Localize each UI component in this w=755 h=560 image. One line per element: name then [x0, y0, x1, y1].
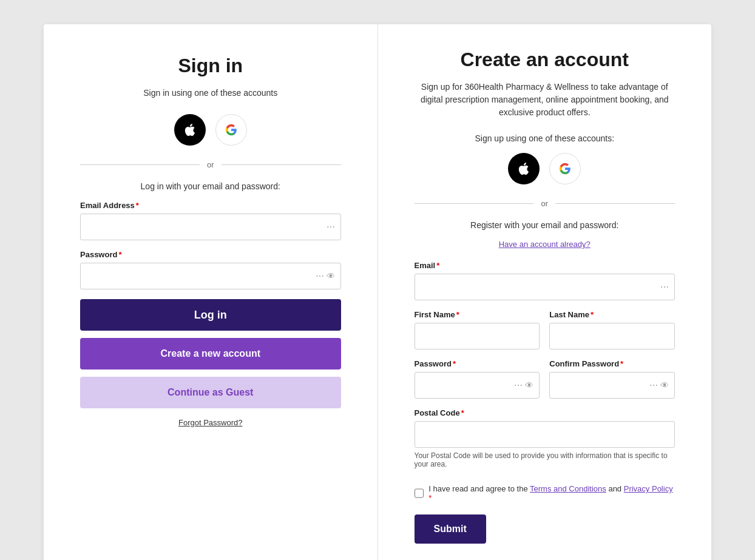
create-account-button[interactable]: Create a new account	[80, 338, 341, 369]
email-input[interactable]	[80, 214, 341, 240]
password-row: Password* ⋯ 👁 Confirm Password*	[415, 359, 675, 408]
email-section-label: Log in with your email and password:	[141, 181, 280, 191]
signup-email-label: Email*	[415, 261, 675, 270]
eye-icon[interactable]: 👁	[327, 271, 335, 281]
postal-code-input[interactable]	[415, 421, 675, 448]
signin-subtitle: Sign in using one of these accounts	[143, 87, 277, 100]
first-name-wrapper	[415, 323, 540, 349]
postal-code-wrapper	[415, 421, 675, 448]
first-name-group: First Name*	[415, 310, 540, 349]
password-group: Password* ⋯ 👁	[80, 250, 341, 289]
guest-button[interactable]: Continue as Guest	[80, 377, 341, 408]
signin-apple-button[interactable]	[174, 114, 206, 146]
apple-icon	[183, 123, 197, 137]
signin-google-button[interactable]	[215, 114, 247, 146]
last-name-group: Last Name*	[549, 310, 675, 349]
signup-social-label: Sign up using one of these accounts:	[475, 133, 614, 143]
password-input-wrapper: ⋯ 👁	[80, 263, 341, 289]
signup-email-group: Email* ⋯	[415, 261, 675, 300]
signup-email-input[interactable]	[415, 274, 675, 300]
signup-divider: or	[415, 199, 675, 208]
dots-icon-3: ⋯	[649, 380, 658, 390]
signup-email-icon: ⋯	[660, 282, 669, 292]
postal-code-label: Postal Code*	[415, 408, 675, 417]
password-input[interactable]	[80, 263, 341, 289]
postal-hint: Your Postal Code will be used to provide…	[415, 451, 675, 468]
create-account-inner: Create an account Sign up for 360Health …	[415, 49, 675, 544]
password-icons: ⋯ 👁	[316, 271, 335, 281]
forgot-password-button[interactable]: Forgot Password?	[178, 418, 243, 427]
privacy-link[interactable]: Privacy Policy	[624, 484, 673, 493]
terms-label: I have read and agree to the Terms and C…	[428, 484, 675, 502]
signup-email-wrapper: ⋯	[415, 274, 675, 300]
apple-icon-right	[516, 161, 531, 176]
confirm-password-wrapper: ⋯ 👁	[549, 372, 675, 399]
email-address-label: Email Address*	[80, 201, 341, 210]
divider-line-left	[80, 164, 200, 165]
confirm-password-label: Confirm Password*	[549, 359, 675, 368]
signin-title: Sign in	[178, 55, 243, 77]
signup-password-label: Password*	[415, 359, 540, 368]
signin-social-buttons	[174, 114, 247, 146]
signup-or-text: or	[541, 199, 548, 208]
first-name-label: First Name*	[415, 310, 540, 319]
register-label: Register with your email and password:	[470, 220, 618, 230]
create-account-panel: Create an account Sign up for 360Health …	[378, 24, 712, 560]
name-row: First Name* Last Name*	[415, 310, 675, 359]
password-label: Password*	[80, 250, 341, 259]
last-name-label: Last Name*	[549, 310, 675, 319]
terms-row: I have read and agree to the Terms and C…	[415, 484, 675, 502]
dots-icon-2: ⋯	[514, 380, 523, 390]
last-name-input[interactable]	[549, 323, 675, 349]
submit-button[interactable]: Submit	[415, 514, 486, 544]
email-icon: ⋯	[327, 222, 335, 232]
email-input-wrapper: ⋯	[80, 214, 341, 240]
terms-link[interactable]: Terms and Conditions	[530, 484, 606, 493]
first-name-input[interactable]	[415, 323, 540, 349]
email-address-group: Email Address* ⋯	[80, 201, 341, 240]
eye-icon-2[interactable]: 👁	[525, 380, 533, 390]
signup-divider-right	[555, 203, 675, 204]
google-icon	[225, 124, 237, 136]
google-icon-right	[559, 163, 571, 175]
signup-password-wrapper: ⋯ 👁	[415, 372, 540, 399]
divider-line-right	[222, 164, 341, 165]
divider-or-text: or	[207, 160, 214, 169]
create-account-title: Create an account	[461, 49, 629, 71]
confirm-password-group: Confirm Password* ⋯ 👁	[549, 359, 675, 399]
terms-checkbox[interactable]	[415, 488, 424, 498]
last-name-wrapper	[549, 323, 675, 349]
signup-social-buttons	[508, 153, 581, 184]
postal-code-group: Postal Code* Your Postal Code will be us…	[415, 408, 675, 468]
eye-icon-3[interactable]: 👁	[660, 380, 669, 390]
dots-icon: ⋯	[316, 271, 324, 281]
signup-apple-button[interactable]	[508, 153, 540, 184]
create-account-description: Sign up for 360Health Pharmacy & Wellnes…	[415, 81, 675, 119]
signup-password-icons: ⋯ 👁	[514, 380, 533, 390]
main-container: Sign in Sign in using one of these accou…	[44, 24, 711, 560]
login-button[interactable]: Log in	[80, 299, 341, 331]
signin-panel: Sign in Sign in using one of these accou…	[44, 24, 378, 560]
signup-google-button[interactable]	[549, 153, 581, 184]
signup-password-group: Password* ⋯ 👁	[415, 359, 540, 399]
confirm-password-icons: ⋯ 👁	[649, 380, 669, 390]
signup-divider-left	[415, 203, 534, 204]
signin-divider: or	[80, 160, 341, 169]
have-account-link[interactable]: Have an account already?	[499, 240, 591, 249]
